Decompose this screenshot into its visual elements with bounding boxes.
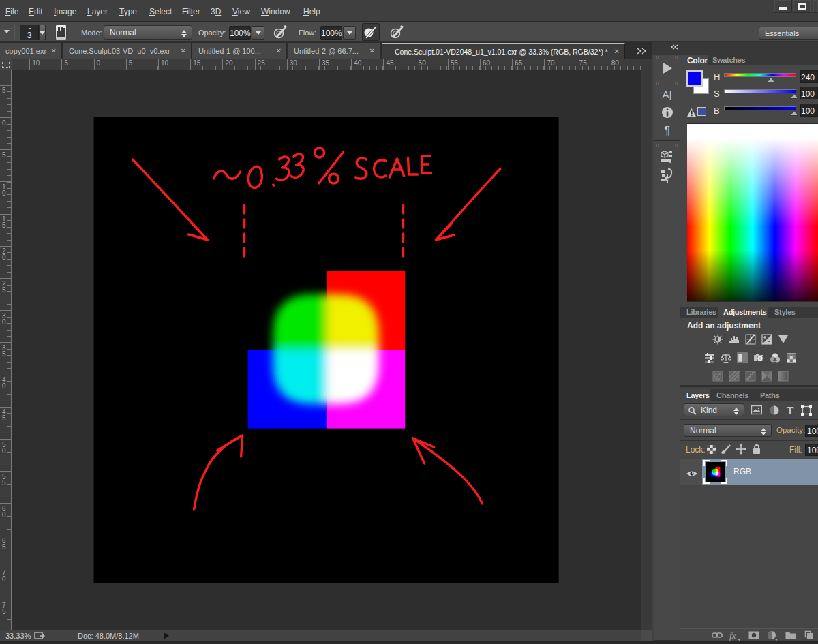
svg-text:T: T	[787, 405, 794, 416]
svg-text:fx: fx	[729, 630, 736, 641]
